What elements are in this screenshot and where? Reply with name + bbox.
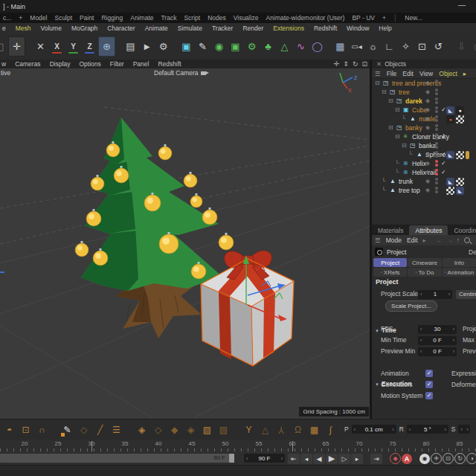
cube-mode-a-icon[interactable]: ◈ <box>134 422 149 438</box>
spline-ring-icon[interactable]: ◯ <box>309 37 325 56</box>
visibility-dots[interactable] <box>435 187 438 194</box>
project-scale-field[interactable]: ‹1› <box>418 290 452 299</box>
triangle-tool-icon[interactable]: △ <box>257 422 273 438</box>
key-parameter-button[interactable]: ◑ <box>466 453 476 464</box>
cube-mode-b-icon[interactable]: ◇ <box>150 422 166 438</box>
close-icon[interactable]: ✕ <box>376 60 382 68</box>
layout-tab[interactable]: New... <box>405 14 422 22</box>
download-icon[interactable]: ⇩ <box>454 37 469 56</box>
objects-menu-object[interactable]: Object <box>439 70 457 77</box>
menu-tracker[interactable]: Tracker <box>212 25 234 32</box>
object-helix-rail[interactable]: └≋Helix rail◈✓ <box>372 168 476 177</box>
floor-grid-icon[interactable]: ▦ <box>332 37 348 56</box>
layout-tab[interactable]: + <box>19 14 22 22</box>
key-rotation-button[interactable]: ↻ <box>454 453 466 464</box>
go-to-end-button[interactable]: ⇥ <box>370 454 382 464</box>
subtab-xrefs[interactable]: ▫XRefs <box>373 268 407 277</box>
visibility-dots[interactable] <box>435 151 438 158</box>
tag-cuty[interactable] <box>466 151 469 159</box>
menu-window[interactable]: Window <box>347 25 369 32</box>
layout-tab[interactable]: c... <box>3 14 11 22</box>
character-ik-icon[interactable]: Y <box>274 422 289 438</box>
move-tool-icon[interactable]: ✛ <box>8 36 25 57</box>
enabled-check-icon[interactable]: ✓ <box>441 132 446 141</box>
poly-pen-icon[interactable]: ✎ <box>60 422 75 438</box>
expand-toggle-icon[interactable]: ⊟ <box>375 79 380 88</box>
visibility-dots[interactable] <box>435 160 438 167</box>
expand-toggle-icon[interactable]: ⊟ <box>382 88 387 97</box>
visibility-dots[interactable] <box>435 178 438 185</box>
enabled-check-icon[interactable]: ✓ <box>441 159 446 168</box>
key-scale-button[interactable]: ⊡ <box>443 453 454 464</box>
rotate-view-icon[interactable]: ↻ <box>353 60 358 68</box>
layout-tab[interactable]: + <box>382 14 386 22</box>
quantize-field-s[interactable]: ‹› <box>458 425 470 434</box>
menu-animate[interactable]: Animate <box>145 25 168 32</box>
tag-mat-red[interactable]: ● <box>446 115 454 123</box>
add-cube-object-icon[interactable]: ▣ <box>178 37 194 56</box>
layers-icon[interactable]: ◈ <box>425 79 430 88</box>
vp-menu-display[interactable]: Display <box>50 60 71 68</box>
layers-icon[interactable]: ◈ <box>425 132 430 141</box>
value-spinner[interactable]: ‹30› <box>418 325 457 334</box>
bell-icon[interactable]: Ω <box>290 422 306 438</box>
visibility-dots[interactable] <box>435 133 438 141</box>
burger-icon[interactable]: ☰ <box>375 70 381 77</box>
gift-box[interactable] <box>201 251 294 366</box>
render-view-icon[interactable]: ▤ <box>123 37 138 56</box>
frame-select-icon[interactable]: ⊡ <box>18 422 33 438</box>
hexagon-icon[interactable]: ◇ <box>76 422 91 438</box>
checkbox[interactable]: ✓ <box>425 381 433 388</box>
layers-icon[interactable]: ◈ <box>425 88 430 97</box>
layout-tab[interactable]: Script <box>184 14 200 22</box>
layers-icon[interactable]: ◈ <box>425 97 430 106</box>
camera-label[interactable]: Default Camera <box>154 69 206 77</box>
vp-menu-filter[interactable]: Filter <box>110 60 124 68</box>
visibility-dots[interactable] <box>435 106 438 114</box>
tag-phong[interactable]: ◣ <box>446 151 454 159</box>
object-darek[interactable]: ⊟◳darek◈ <box>372 97 476 106</box>
layers-icon[interactable]: ◈ <box>425 168 430 177</box>
tag-checker[interactable] <box>456 178 464 186</box>
autokey-button[interactable]: A <box>402 454 412 464</box>
layers-icon[interactable]: ◈ <box>425 150 430 159</box>
snap-icon[interactable]: ✧ <box>398 37 414 56</box>
mograph-cloner-icon[interactable]: ♣ <box>260 37 276 56</box>
visibility-dots[interactable] <box>435 89 438 96</box>
menu-mesh[interactable]: Mesh <box>16 25 31 32</box>
layers-icon[interactable]: ◈ <box>425 115 430 123</box>
enabled-check-icon[interactable]: ✓ <box>441 106 446 115</box>
axis-x-lock-icon[interactable]: X <box>49 37 65 56</box>
value-spinner[interactable]: ‹0 F› <box>418 347 457 356</box>
layers-icon[interactable]: ◈ <box>425 106 430 115</box>
vp-menu-redshift[interactable]: Redshift <box>158 60 181 68</box>
layers-icon[interactable]: ◈ <box>425 141 430 150</box>
vp-menu-options[interactable]: Options <box>80 60 101 68</box>
next-key-button[interactable]: ▸ <box>351 454 363 464</box>
layers-icon[interactable]: ◈ <box>425 159 430 168</box>
arch-icon[interactable]: ∩ <box>34 422 50 438</box>
tab-materials[interactable]: Materials <box>372 225 409 235</box>
edge-partial-icon[interactable]: ◧ <box>0 37 7 56</box>
visibility-dots[interactable] <box>435 124 438 132</box>
knife-icon[interactable]: ╱ <box>92 422 108 438</box>
cube-mode-c-icon[interactable]: ◆ <box>167 422 182 438</box>
reset-view-icon[interactable]: ↺ <box>431 37 446 56</box>
menu-mograph[interactable]: MoGraph <box>71 25 97 32</box>
prev-key-button[interactable]: ◂ <box>300 454 312 464</box>
layers-icon[interactable]: ◈ <box>425 123 430 132</box>
spline-pen-icon[interactable]: ✎ <box>195 37 210 56</box>
tag-phong[interactable]: ◣ <box>456 187 464 195</box>
keyframe-selection-button[interactable]: ◉ <box>419 454 430 464</box>
layout-tab[interactable]: BP - UV <box>352 14 375 22</box>
layout-tab[interactable]: Paint <box>80 14 94 22</box>
camera-icon[interactable]: ▭◂ <box>349 37 364 56</box>
spline-smooth-icon[interactable]: ∫ <box>323 422 338 438</box>
scale-project-button[interactable]: Scale Project... <box>385 300 437 312</box>
deformer-bend-icon[interactable]: ∿ <box>293 37 309 56</box>
split-y-icon[interactable]: Y <box>241 422 257 438</box>
target-icon[interactable]: ◎ <box>470 37 476 56</box>
menu-simulate[interactable]: Simulate <box>178 25 202 32</box>
prev-frame-button[interactable]: ◀ <box>313 454 325 464</box>
checkbox[interactable]: ✓ <box>425 392 433 399</box>
